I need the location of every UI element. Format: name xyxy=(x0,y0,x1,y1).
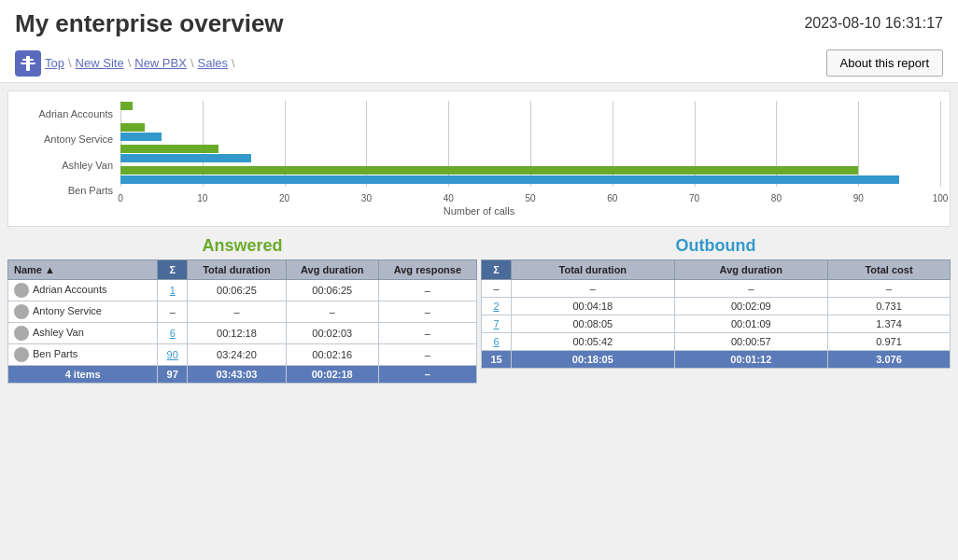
x-label: 10 xyxy=(197,193,207,203)
outbound-sigma-cell[interactable]: 2 xyxy=(482,298,512,315)
answered-total-dur-cell: 03:24:20 xyxy=(188,344,286,366)
outbound-title: Outbound xyxy=(481,231,951,259)
x-label: 90 xyxy=(853,193,864,203)
bar-blue xyxy=(120,133,162,141)
answered-avg-dur-cell: 00:06:25 xyxy=(286,280,378,301)
x-label: 40 xyxy=(444,193,454,203)
answered-total-dur-cell: 00:12:18 xyxy=(188,323,286,344)
total-avg-resp: – xyxy=(378,366,476,384)
outbound-section: Outbound Σ Total duration Avg duration T… xyxy=(481,231,951,384)
breadcrumb-new-site[interactable]: New Site xyxy=(76,56,124,70)
outbound-cost-cell: – xyxy=(827,280,950,298)
y-label-ashley: Ashley Van xyxy=(18,156,113,175)
table-row: Ashley Van 6 00:12:18 00:02:03 – xyxy=(8,323,477,344)
outbound-sigma-cell[interactable]: 7 xyxy=(482,315,512,333)
bar-green xyxy=(120,123,145,132)
outbound-col-total-dur: Total duration xyxy=(512,260,675,280)
table-row: – – – – xyxy=(482,280,951,298)
chart-area: Adrian Accounts Antony Service Ashley Va… xyxy=(7,91,951,227)
bar-green xyxy=(120,166,858,175)
tables-area: Answered Name ▲ Σ Total duration Avg dur… xyxy=(7,231,951,384)
answered-sigma-cell[interactable]: 1 xyxy=(158,280,188,301)
table-row: 7 00:08:05 00:01:09 1.374 xyxy=(482,315,951,333)
answered-avg-resp-cell: – xyxy=(378,301,476,323)
answered-sigma-cell: – xyxy=(158,301,188,323)
chart-bars xyxy=(120,101,940,187)
outbound-avg-dur-cell: 00:00:57 xyxy=(674,333,827,351)
answered-col-avg-dur: Avg duration xyxy=(286,260,378,280)
outbound-total-dur-cell: 00:05:42 xyxy=(512,333,675,351)
outbound-total-dur-cell: 00:08:05 xyxy=(512,315,675,333)
outbound-cost-cell: 1.374 xyxy=(827,315,950,333)
total-label: 4 items xyxy=(8,366,158,384)
outbound-avg-dur-cell: 00:02:09 xyxy=(674,298,827,315)
breadcrumb: Top \ New Site \ New PBX \ Sales \ About… xyxy=(0,44,958,83)
chart-x-axis: 0102030405060708090100 xyxy=(120,187,940,203)
outbound-col-cost: Total cost xyxy=(827,260,950,280)
table-row: 6 00:05:42 00:00:57 0.971 xyxy=(482,333,951,351)
answered-title: Answered xyxy=(7,231,477,259)
outbound-sigma-cell[interactable]: 6 xyxy=(482,333,512,351)
total-avg-dur: 00:01:12 xyxy=(674,351,827,369)
answered-avg-resp-cell: – xyxy=(378,344,476,366)
svg-rect-2 xyxy=(22,59,34,61)
y-label-adrian: Adrian Accounts xyxy=(18,105,113,123)
about-report-button[interactable]: About this report xyxy=(826,49,943,77)
chart-x-title: Number of calls xyxy=(18,205,940,217)
bar-blue xyxy=(120,175,899,184)
x-label: 30 xyxy=(361,193,372,203)
x-label: 0 xyxy=(118,193,123,203)
answered-col-name: Name ▲ xyxy=(8,260,158,280)
outbound-col-avg-dur: Avg duration xyxy=(674,260,827,280)
outbound-avg-dur-cell: 00:01:09 xyxy=(674,315,827,333)
total-sigma: 15 xyxy=(482,351,512,369)
outbound-total-row: 15 00:18:05 00:01:12 3.076 xyxy=(482,351,951,369)
table-row: 2 00:04:18 00:02:09 0.731 xyxy=(482,298,951,315)
header: My enterprise overview 2023-08-10 16:31:… xyxy=(0,0,958,44)
answered-total-dur-cell: 00:06:25 xyxy=(188,280,286,301)
answered-name-cell: Adrian Accounts xyxy=(8,280,158,301)
header-datetime: 2023-08-10 16:31:17 xyxy=(804,15,943,32)
table-row: Ben Parts 90 03:24:20 00:02:16 – xyxy=(8,344,477,366)
answered-name-cell: Antony Service xyxy=(8,301,158,323)
chart-y-labels: Adrian Accounts Antony Service Ashley Va… xyxy=(18,101,120,203)
svg-rect-1 xyxy=(26,56,30,71)
answered-col-avg-resp: Avg response xyxy=(378,260,476,280)
total-dur: 03:43:03 xyxy=(188,366,286,384)
avatar xyxy=(14,347,29,362)
x-label: 80 xyxy=(771,193,782,203)
outbound-total-dur-cell: – xyxy=(512,280,675,298)
answered-col-total-dur: Total duration xyxy=(188,260,286,280)
x-label: 100 xyxy=(933,193,949,203)
answered-sigma-cell[interactable]: 6 xyxy=(158,323,188,344)
x-label: 20 xyxy=(279,193,289,203)
breadcrumb-new-pbx[interactable]: New PBX xyxy=(134,56,187,70)
chart-plot: 0102030405060708090100 xyxy=(120,101,940,203)
outbound-table: Σ Total duration Avg duration Total cost… xyxy=(481,259,951,369)
bar-green xyxy=(120,145,218,153)
answered-name-cell: Ben Parts xyxy=(8,344,158,366)
avatar xyxy=(14,326,29,341)
x-label: 60 xyxy=(607,193,617,203)
answered-avg-dur-cell: – xyxy=(286,301,378,323)
page-title: My enterprise overview xyxy=(15,9,284,38)
bar-blue xyxy=(120,154,251,162)
grid-line xyxy=(940,101,941,187)
x-label: 70 xyxy=(689,193,699,203)
answered-sigma-cell[interactable]: 90 xyxy=(158,344,188,366)
y-label-ben: Ben Parts xyxy=(18,181,113,200)
outbound-cost-cell: 0.971 xyxy=(827,333,950,351)
total-avg-dur: 00:02:18 xyxy=(286,366,378,384)
answered-avg-dur-cell: 00:02:03 xyxy=(286,323,378,344)
outbound-col-sigma: Σ xyxy=(482,260,512,280)
answered-table: Name ▲ Σ Total duration Avg duration Avg… xyxy=(7,259,477,384)
answered-avg-resp-cell: – xyxy=(378,280,476,301)
bar-green xyxy=(120,102,133,110)
avatar xyxy=(14,283,29,298)
breadcrumb-sales[interactable]: Sales xyxy=(198,56,229,70)
answered-section: Answered Name ▲ Σ Total duration Avg dur… xyxy=(7,231,477,384)
breadcrumb-top[interactable]: Top xyxy=(45,56,64,70)
outbound-total-dur-cell: 00:04:18 xyxy=(512,298,675,315)
avatar xyxy=(14,304,29,319)
total-cost: 3.076 xyxy=(827,351,950,369)
